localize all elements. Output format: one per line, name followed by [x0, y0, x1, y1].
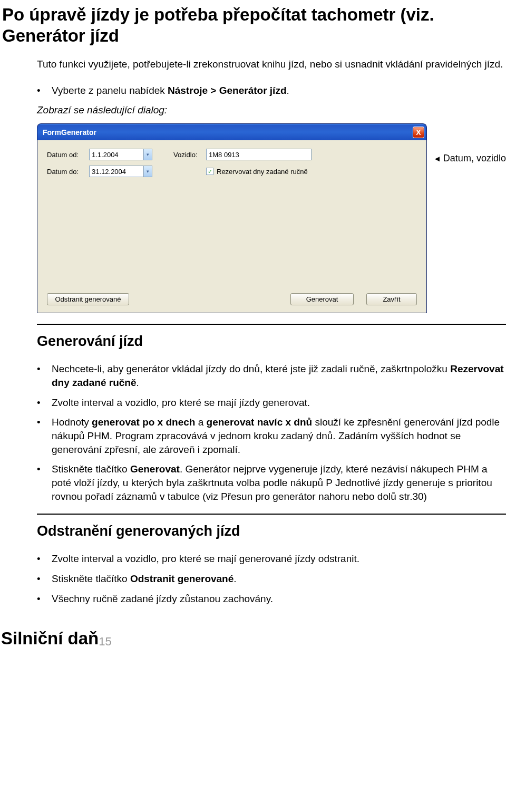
form-generator-dialog: FormGenerator X Datum od: 1.1.2004 ▾ Voz…: [37, 123, 427, 313]
section-title-odstraneni: Odstranění generovaných jízd: [0, 518, 506, 545]
bullet-text: Stiskněte tlačítko Generovat. Generátor …: [52, 462, 506, 503]
chevron-down-icon[interactable]: ▾: [143, 149, 152, 160]
bullet-text: Nechcete-li, aby generátor vkládal jízdy…: [52, 362, 506, 389]
list-item: •Nechcete-li, aby generátor vkládal jízd…: [37, 359, 506, 392]
list-item: • Vyberte z panelu nabídek Nástroje > Ge…: [37, 81, 506, 101]
dialog-title: FormGenerator: [43, 128, 413, 137]
bullet-text: Zvolte interval a vozidlo, pro které se …: [52, 396, 506, 410]
divider: [37, 324, 506, 325]
datum-do-label: Datum do:: [47, 168, 89, 176]
close-button[interactable]: X: [413, 127, 424, 138]
section-title-generovani: Generování jízd: [0, 328, 506, 355]
page-number: 15: [99, 616, 115, 649]
checkbox-checked-icon[interactable]: ✓: [206, 168, 213, 175]
annotation-label: ◄Datum, vozidlo: [433, 153, 506, 164]
bullet-icon: •: [37, 84, 52, 98]
bullet-icon: •: [37, 415, 52, 456]
section-title-silnicni-dan: Silniční daň: [0, 613, 99, 649]
bullet-text: Hodnoty generovat po x dnech a generovat…: [52, 415, 506, 456]
generovat-button[interactable]: Generovat: [290, 293, 354, 305]
vozidlo-label: Vozidlo:: [173, 151, 206, 159]
bullet-text: Stiskněte tlačítko Odstranit generované.: [52, 572, 506, 586]
bullet-icon: •: [37, 592, 52, 606]
datum-od-input[interactable]: 1.1.2004 ▾: [89, 149, 152, 160]
datum-od-label: Datum od:: [47, 151, 89, 159]
list-item: •Stiskněte tlačítko Generovat. Generátor…: [37, 459, 506, 506]
rezervovat-checkbox-row[interactable]: ✓ Rezervovat dny zadané ručně: [206, 168, 308, 176]
datum-do-input[interactable]: 31.12.2004 ▾: [89, 166, 152, 177]
dialog-titlebar: FormGenerator X: [37, 123, 427, 140]
list-item: •Zvolte interval a vozidlo, pro které se…: [37, 549, 506, 569]
bullet-icon: •: [37, 552, 52, 566]
vozidlo-input[interactable]: 1M8 0913: [206, 149, 312, 160]
chevron-down-icon[interactable]: ▾: [143, 166, 152, 177]
bullet-text: Zvolte interval a vozidlo, pro které se …: [52, 552, 506, 566]
bullet-topnav: Vyberte z panelu nabídek Nástroje > Gene…: [52, 84, 506, 98]
bullet-text: Všechny ručně zadané jízdy zůstanou zach…: [52, 592, 506, 606]
checkbox-label: Rezervovat dny zadané ručně: [217, 168, 308, 176]
odstranit-button[interactable]: Odstranit generované: [47, 293, 129, 305]
list-item: •Zvolte interval a vozidlo, pro které se…: [37, 393, 506, 413]
list-item: •Stiskněte tlačítko Odstranit generované…: [37, 569, 506, 589]
divider: [37, 514, 506, 515]
bullet-icon: •: [37, 362, 52, 389]
zavrit-button[interactable]: Zavřít: [366, 293, 417, 305]
list-item: •Všechny ručně zadané jízdy zůstanou zac…: [37, 589, 506, 609]
bullet-icon: •: [37, 396, 52, 410]
list-item: •Hodnoty generovat po x dnech a generova…: [37, 412, 506, 459]
italic-note: Zobrazí se následující dialog:: [0, 104, 506, 120]
bullet-icon: •: [37, 462, 52, 503]
intro-text: Tuto funkci využijete, potřebujete-li zr…: [0, 50, 506, 76]
bullet-icon: •: [37, 572, 52, 586]
triangle-left-icon: ◄: [433, 154, 441, 163]
page-title: Po úpravě jízdy je potřeba přepočítat ta…: [0, 0, 506, 50]
